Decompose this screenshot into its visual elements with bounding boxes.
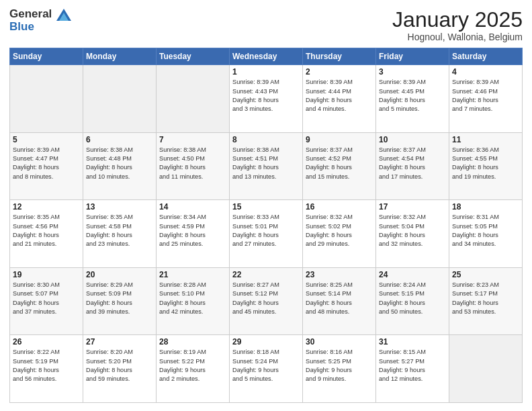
day-info: Sunrise: 8:38 AM Sunset: 4:51 PM Dayligh… bbox=[232, 146, 300, 181]
day-info: Sunrise: 8:18 AM Sunset: 5:24 PM Dayligh… bbox=[232, 348, 300, 383]
col-saturday: Saturday bbox=[449, 48, 523, 65]
calendar-cell: 29Sunrise: 8:18 AM Sunset: 5:24 PM Dayli… bbox=[230, 335, 303, 403]
day-number: 28 bbox=[159, 337, 226, 347]
calendar-cell: 3Sunrise: 8:39 AM Sunset: 4:45 PM Daylig… bbox=[376, 65, 449, 133]
day-number: 26 bbox=[13, 337, 80, 347]
day-number: 3 bbox=[379, 67, 446, 77]
calendar-cell: 4Sunrise: 8:39 AM Sunset: 4:46 PM Daylig… bbox=[449, 65, 523, 133]
day-info: Sunrise: 8:39 AM Sunset: 4:46 PM Dayligh… bbox=[452, 78, 519, 113]
calendar-week-3: 12Sunrise: 8:35 AM Sunset: 4:56 PM Dayli… bbox=[10, 200, 523, 268]
calendar-cell: 2Sunrise: 8:39 AM Sunset: 4:44 PM Daylig… bbox=[303, 65, 376, 133]
day-info: Sunrise: 8:39 AM Sunset: 4:47 PM Dayligh… bbox=[13, 146, 80, 181]
day-number: 11 bbox=[452, 135, 519, 144]
calendar-cell: 8Sunrise: 8:38 AM Sunset: 4:51 PM Daylig… bbox=[230, 132, 303, 200]
calendar-cell: 6Sunrise: 8:38 AM Sunset: 4:48 PM Daylig… bbox=[83, 132, 157, 200]
page-header: General Blue January 2025 Hognoul, Wallo… bbox=[9, 8, 523, 42]
calendar-cell: 30Sunrise: 8:16 AM Sunset: 5:25 PM Dayli… bbox=[303, 335, 376, 403]
day-number: 15 bbox=[232, 202, 300, 212]
day-number: 29 bbox=[232, 337, 300, 347]
day-number: 25 bbox=[452, 270, 519, 279]
day-info: Sunrise: 8:39 AM Sunset: 4:43 PM Dayligh… bbox=[232, 78, 300, 113]
day-info: Sunrise: 8:35 AM Sunset: 4:58 PM Dayligh… bbox=[86, 213, 153, 248]
calendar-cell: 23Sunrise: 8:25 AM Sunset: 5:14 PM Dayli… bbox=[303, 267, 376, 335]
day-number: 30 bbox=[306, 337, 373, 347]
calendar-cell: 19Sunrise: 8:30 AM Sunset: 5:07 PM Dayli… bbox=[10, 267, 83, 335]
day-number: 20 bbox=[86, 270, 153, 279]
day-number: 9 bbox=[306, 135, 373, 144]
day-info: Sunrise: 8:25 AM Sunset: 5:14 PM Dayligh… bbox=[306, 281, 373, 316]
day-number: 8 bbox=[232, 135, 300, 144]
day-info: Sunrise: 8:19 AM Sunset: 5:22 PM Dayligh… bbox=[159, 348, 226, 383]
calendar-cell: 13Sunrise: 8:35 AM Sunset: 4:58 PM Dayli… bbox=[83, 200, 157, 268]
calendar-cell bbox=[83, 65, 157, 133]
logo: General Blue bbox=[9, 8, 71, 33]
day-info: Sunrise: 8:39 AM Sunset: 4:44 PM Dayligh… bbox=[306, 78, 373, 113]
calendar-cell: 11Sunrise: 8:36 AM Sunset: 4:55 PM Dayli… bbox=[449, 132, 523, 200]
day-info: Sunrise: 8:31 AM Sunset: 5:05 PM Dayligh… bbox=[452, 213, 519, 248]
col-friday: Friday bbox=[376, 48, 449, 65]
day-info: Sunrise: 8:20 AM Sunset: 5:20 PM Dayligh… bbox=[86, 348, 153, 383]
day-info: Sunrise: 8:32 AM Sunset: 5:02 PM Dayligh… bbox=[306, 213, 373, 248]
day-number: 5 bbox=[13, 135, 80, 144]
day-number: 24 bbox=[379, 270, 446, 279]
calendar-cell: 10Sunrise: 8:37 AM Sunset: 4:54 PM Dayli… bbox=[376, 132, 449, 200]
calendar-cell bbox=[10, 65, 83, 133]
day-info: Sunrise: 8:29 AM Sunset: 5:09 PM Dayligh… bbox=[86, 281, 153, 316]
logo-icon bbox=[56, 9, 71, 21]
month-title: January 2025 bbox=[392, 8, 523, 32]
page-container: General Blue January 2025 Hognoul, Wallo… bbox=[0, 0, 532, 411]
day-number: 18 bbox=[452, 202, 519, 212]
col-wednesday: Wednesday bbox=[230, 48, 303, 65]
calendar-cell bbox=[157, 65, 230, 133]
calendar-cell: 22Sunrise: 8:27 AM Sunset: 5:12 PM Dayli… bbox=[230, 267, 303, 335]
calendar-cell: 31Sunrise: 8:15 AM Sunset: 5:27 PM Dayli… bbox=[376, 335, 449, 403]
calendar-cell: 28Sunrise: 8:19 AM Sunset: 5:22 PM Dayli… bbox=[157, 335, 230, 403]
calendar-cell: 26Sunrise: 8:22 AM Sunset: 5:19 PM Dayli… bbox=[10, 335, 83, 403]
col-sunday: Sunday bbox=[10, 48, 83, 65]
calendar-week-2: 5Sunrise: 8:39 AM Sunset: 4:47 PM Daylig… bbox=[10, 132, 523, 200]
day-info: Sunrise: 8:24 AM Sunset: 5:15 PM Dayligh… bbox=[379, 281, 446, 316]
day-number: 21 bbox=[159, 270, 226, 279]
day-info: Sunrise: 8:22 AM Sunset: 5:19 PM Dayligh… bbox=[13, 348, 80, 383]
day-info: Sunrise: 8:15 AM Sunset: 5:27 PM Dayligh… bbox=[379, 348, 446, 383]
calendar-cell: 15Sunrise: 8:33 AM Sunset: 5:01 PM Dayli… bbox=[230, 200, 303, 268]
day-info: Sunrise: 8:32 AM Sunset: 5:04 PM Dayligh… bbox=[379, 213, 446, 248]
calendar-week-5: 26Sunrise: 8:22 AM Sunset: 5:19 PM Dayli… bbox=[10, 335, 523, 403]
day-number: 1 bbox=[232, 67, 300, 77]
day-number: 10 bbox=[379, 135, 446, 144]
calendar-cell: 24Sunrise: 8:24 AM Sunset: 5:15 PM Dayli… bbox=[376, 267, 449, 335]
logo-blue-text: Blue bbox=[9, 21, 71, 34]
calendar-cell: 9Sunrise: 8:37 AM Sunset: 4:52 PM Daylig… bbox=[303, 132, 376, 200]
calendar-cell: 20Sunrise: 8:29 AM Sunset: 5:09 PM Dayli… bbox=[83, 267, 157, 335]
day-number: 12 bbox=[13, 202, 80, 212]
title-block: January 2025 Hognoul, Wallonia, Belgium bbox=[392, 8, 523, 42]
day-number: 27 bbox=[86, 337, 153, 347]
day-number: 16 bbox=[306, 202, 373, 212]
calendar-cell: 21Sunrise: 8:28 AM Sunset: 5:10 PM Dayli… bbox=[157, 267, 230, 335]
day-number: 23 bbox=[306, 270, 373, 279]
day-info: Sunrise: 8:35 AM Sunset: 4:56 PM Dayligh… bbox=[13, 213, 80, 248]
day-info: Sunrise: 8:34 AM Sunset: 4:59 PM Dayligh… bbox=[159, 213, 226, 248]
day-number: 31 bbox=[379, 337, 446, 347]
day-number: 14 bbox=[159, 202, 226, 212]
day-number: 22 bbox=[232, 270, 300, 279]
day-number: 6 bbox=[86, 135, 153, 144]
day-number: 2 bbox=[306, 67, 373, 77]
logo-general-text: General bbox=[9, 8, 71, 21]
day-info: Sunrise: 8:16 AM Sunset: 5:25 PM Dayligh… bbox=[306, 348, 373, 383]
calendar-cell: 14Sunrise: 8:34 AM Sunset: 4:59 PM Dayli… bbox=[157, 200, 230, 268]
day-info: Sunrise: 8:30 AM Sunset: 5:07 PM Dayligh… bbox=[13, 281, 80, 316]
calendar-cell: 7Sunrise: 8:38 AM Sunset: 4:50 PM Daylig… bbox=[157, 132, 230, 200]
calendar-week-1: 1Sunrise: 8:39 AM Sunset: 4:43 PM Daylig… bbox=[10, 65, 523, 133]
day-info: Sunrise: 8:38 AM Sunset: 4:48 PM Dayligh… bbox=[86, 146, 153, 181]
day-info: Sunrise: 8:36 AM Sunset: 4:55 PM Dayligh… bbox=[452, 146, 519, 181]
calendar-cell: 18Sunrise: 8:31 AM Sunset: 5:05 PM Dayli… bbox=[449, 200, 523, 268]
day-info: Sunrise: 8:27 AM Sunset: 5:12 PM Dayligh… bbox=[232, 281, 300, 316]
day-info: Sunrise: 8:39 AM Sunset: 4:45 PM Dayligh… bbox=[379, 78, 446, 113]
calendar-cell: 25Sunrise: 8:23 AM Sunset: 5:17 PM Dayli… bbox=[449, 267, 523, 335]
day-info: Sunrise: 8:28 AM Sunset: 5:10 PM Dayligh… bbox=[159, 281, 226, 316]
day-info: Sunrise: 8:37 AM Sunset: 4:54 PM Dayligh… bbox=[379, 146, 446, 181]
calendar-cell: 17Sunrise: 8:32 AM Sunset: 5:04 PM Dayli… bbox=[376, 200, 449, 268]
calendar-cell bbox=[449, 335, 523, 403]
location-text: Hognoul, Wallonia, Belgium bbox=[392, 32, 523, 42]
